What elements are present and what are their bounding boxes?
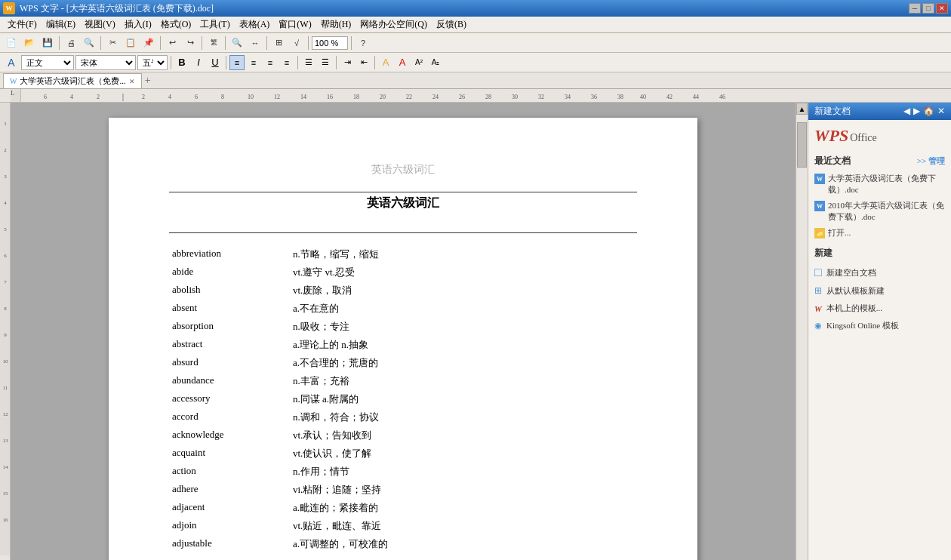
recent-section-header: 最近文档 >> 管理 — [814, 155, 945, 168]
format-icon: A — [3, 55, 20, 70]
menu-edit[interactable]: 编辑(E) — [42, 17, 80, 32]
vocab-word: abbreviation — [169, 245, 290, 263]
scroll-up-btn[interactable]: ▲ — [796, 103, 808, 115]
doc-tab-1[interactable]: W 大学英语六级词汇表（免费... ✕ — [3, 73, 142, 88]
svg-text:40: 40 — [640, 94, 646, 100]
find-btn[interactable]: 🔍 — [229, 35, 245, 51]
maximize-button[interactable]: □ — [922, 3, 934, 14]
superscript-btn[interactable]: A² — [411, 55, 426, 70]
new-item-label: 从默认模板新建 — [826, 285, 885, 297]
vocab-word: adjacent — [169, 499, 290, 517]
vocab-row: abbreviation n.节略，缩写，缩短 — [169, 245, 637, 263]
style-select[interactable]: 正文 — [21, 55, 74, 70]
bold-btn[interactable]: B — [174, 55, 189, 70]
menu-feedback[interactable]: 反馈(B) — [432, 17, 471, 32]
cut-btn[interactable]: ✂ — [104, 35, 121, 51]
open-btn[interactable]: 📂 — [21, 35, 38, 51]
num-list-btn[interactable]: ☰ — [318, 55, 333, 70]
menu-network[interactable]: 网络办公空间(Q) — [355, 17, 432, 32]
print-btn[interactable]: 🖨 — [63, 35, 79, 51]
svg-rect-28 — [0, 103, 11, 555]
new-item[interactable]: ⊞从默认模板新建 — [814, 282, 945, 300]
menu-file[interactable]: 文件(F) — [3, 17, 42, 32]
vocab-row: absorption n.吸收；专注 — [169, 318, 637, 336]
svg-text:9: 9 — [4, 332, 7, 338]
svg-text:6: 6 — [4, 253, 7, 259]
close-button[interactable]: ✕ — [936, 3, 948, 14]
vocab-row: acquaint vt.使认识，使了解 — [169, 445, 637, 463]
recent-file-item[interactable]: W 2010年大学英语六级词汇表（免费下载）.doc — [814, 198, 945, 225]
ruler-ticks: 6 4 2 2 4 6 8 10 12 14 16 18 20 22 24 2 — [21, 89, 951, 102]
svg-text:28: 28 — [485, 94, 491, 100]
scroll-thumb[interactable] — [797, 122, 807, 168]
vocab-definition: a.不在意的 — [290, 300, 637, 318]
recent-files-list: W 大学英语六级词汇表（免费下载）.doc W 2010年大学英语六级词汇表（免… — [814, 171, 945, 241]
recent-file-item[interactable]: 📁 打开... — [814, 225, 945, 241]
list-btn[interactable]: ☰ — [301, 55, 316, 70]
paste-btn[interactable]: 📌 — [140, 35, 157, 51]
new-item-label: Kingsoft Online 模板 — [826, 320, 899, 331]
wps-template-icon: W — [814, 304, 822, 313]
tab-close-btn[interactable]: ✕ — [129, 78, 135, 85]
font-color-btn[interactable]: A — [395, 55, 410, 70]
new-btn[interactable]: 📄 — [3, 35, 20, 51]
svg-text:18: 18 — [353, 94, 359, 100]
replace-btn[interactable]: ↔ — [247, 35, 263, 51]
vocab-row: adhere vi.粘附；追随；坚持 — [169, 481, 637, 499]
align-center-btn[interactable]: ≡ — [229, 55, 245, 70]
italic-btn[interactable]: I — [191, 55, 206, 70]
panel-next-btn[interactable]: ▶ — [913, 106, 920, 117]
outdent-btn[interactable]: ⇤ — [356, 55, 371, 70]
menu-window[interactable]: 窗口(W) — [274, 17, 315, 32]
recent-file-item[interactable]: W 大学英语六级词汇表（免费下载）.doc — [814, 171, 945, 198]
vocab-word: absurd — [169, 354, 290, 372]
help-btn[interactable]: ? — [355, 35, 371, 51]
panel-home-btn[interactable]: 🏠 — [923, 106, 934, 117]
new-item[interactable]: W本机上的模板... — [814, 300, 945, 317]
underline-btn[interactable]: U — [208, 55, 223, 70]
highlight-btn[interactable]: A — [378, 55, 393, 70]
undo-btn[interactable]: ↩ — [164, 35, 180, 51]
menu-tools[interactable]: 工具(T) — [195, 17, 234, 32]
vocab-row: adjoin vt.贴近，毗连、靠近 — [169, 517, 637, 535]
vocab-word: abide — [169, 263, 290, 282]
svg-text:32: 32 — [538, 94, 544, 100]
menu-help[interactable]: 帮助(H) — [316, 17, 356, 32]
menu-table[interactable]: 表格(A) — [235, 17, 275, 32]
new-label: 新建 — [814, 247, 833, 260]
menu-format[interactable]: 格式(O) — [156, 17, 196, 32]
manage-link[interactable]: >> 管理 — [917, 155, 945, 167]
subscript-btn[interactable]: A₂ — [428, 55, 443, 70]
menu-view[interactable]: 视图(V) — [80, 17, 120, 32]
copy-btn[interactable]: 📋 — [122, 35, 139, 51]
panel-close-btn[interactable]: ✕ — [937, 106, 945, 117]
trad-simp-btn[interactable]: 繁 — [205, 35, 222, 51]
doc-scroll-area[interactable]: 英语六级词汇 英语六级词汇 abbreviation n.节略，缩写，缩短 ab… — [11, 103, 796, 560]
minimize-button[interactable]: ─ — [909, 3, 921, 14]
size-select[interactable]: 五号 — [137, 55, 168, 70]
align-justify-btn[interactable]: ≡ — [279, 55, 294, 70]
font-select[interactable]: 宋体 — [75, 55, 136, 70]
formula-btn[interactable]: √ — [288, 35, 305, 51]
redo-btn[interactable]: ↪ — [182, 35, 199, 51]
save-btn[interactable]: 💾 — [39, 35, 56, 51]
zoom-input[interactable] — [312, 36, 348, 50]
sep-fmt5 — [374, 56, 375, 69]
new-item[interactable]: ◉Kingsoft Online 模板 — [814, 317, 945, 334]
indent-btn[interactable]: ⇥ — [340, 55, 355, 70]
panel-prev-btn[interactable]: ◀ — [903, 106, 910, 117]
new-tab-btn[interactable]: + — [145, 73, 151, 88]
scroll-track[interactable] — [796, 115, 808, 560]
svg-text:16: 16 — [3, 517, 9, 523]
menu-insert[interactable]: 插入(I) — [120, 17, 156, 32]
new-item[interactable]: □新建空白文档 — [814, 263, 945, 282]
sep2 — [100, 36, 101, 50]
vocab-word: acknowledge — [169, 426, 290, 445]
align-right-btn[interactable]: ≡ — [263, 55, 278, 70]
vocab-word: abstract — [169, 336, 290, 354]
preview-btn[interactable]: 🔍 — [81, 35, 97, 51]
vocab-word: adhere — [169, 481, 290, 499]
table-btn[interactable]: ⊞ — [270, 35, 287, 51]
top-ruler: L 6 4 2 2 4 6 8 10 12 14 16 18 — [0, 89, 951, 103]
align-left-btn[interactable]: ≡ — [246, 55, 261, 70]
